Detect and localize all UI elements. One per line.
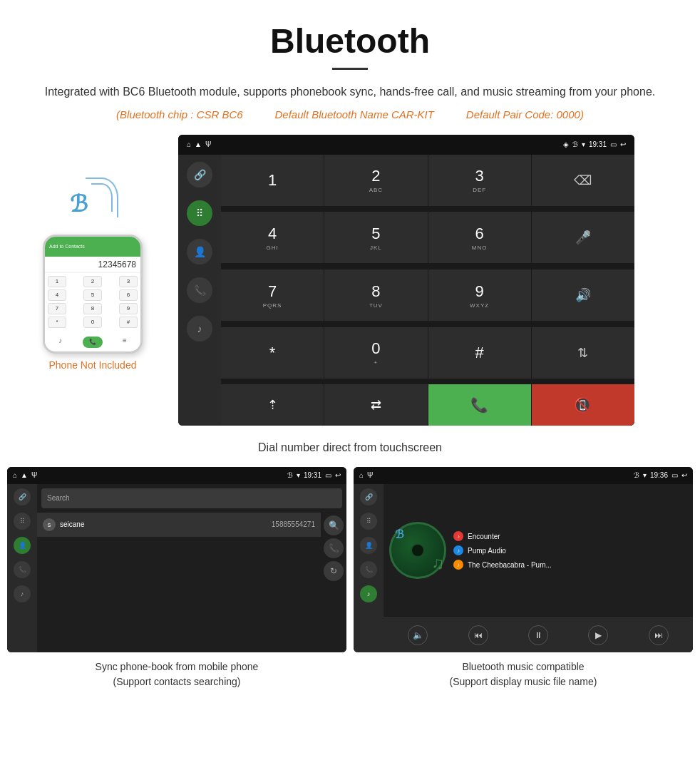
contacts-search-bar[interactable]: Search [41,488,342,508]
contacts-screen: ⌂ ▲ Ψ ℬ ▾ 19:31 ▭ ↩ 🔗 ⠿ 👤 📞 [7,467,346,652]
phone-menu-icon: ≡ [123,337,127,348]
dialer-content: 1 2ABC 3DEF ⌫ 4GHI 5JKL 6MNO 🎤 7PQRS 8TU… [221,155,634,426]
key-mute[interactable]: 🎤 [532,212,634,263]
ms-keypad-icon[interactable]: ⠿ [360,513,377,530]
music-next[interactable]: ⏭ [649,625,669,645]
sidebar-contact-icon[interactable]: 👤 [187,239,212,265]
wave2 [86,178,118,217]
track-icon-orange: ♪ [453,560,463,570]
dial-caption: Dial number direct from touchscreen [0,433,700,467]
header-section: Bluetooth Integrated with BC6 Bluetooth … [0,0,700,135]
spec-name: Default Bluetooth Name CAR-KIT [275,108,434,120]
contacts-home-icon: ⌂ [13,471,17,479]
contacts-content: Search s seicane 15885554271 🔍 � [37,484,346,652]
music-back-icon: ↩ [681,471,687,479]
key-merge[interactable]: ⇡ [221,384,324,426]
key-8[interactable]: 8TUV [324,269,427,321]
ms-contact-icon[interactable]: 👤 [360,537,377,554]
music-pause[interactable]: ⏸ [528,625,548,645]
cs-link-icon[interactable]: 🔗 [14,488,31,505]
cs-music-icon[interactable]: ♪ [14,585,31,602]
key-call-green[interactable]: 📞 [428,384,531,426]
key-3[interactable]: 3DEF [428,155,531,206]
bluetooth-status-icon: ℬ [572,140,578,148]
phone-keypad-row-3: 7 8 9 [48,303,138,314]
cs-contact-icon[interactable]: 👤 [14,537,31,554]
key-5[interactable]: 5JKL [324,212,427,263]
key-backspace[interactable]: ⌫ [532,155,634,206]
key-9[interactable]: 9WXYZ [428,269,531,321]
key-7[interactable]: 7PQRS [221,269,324,321]
key-call-red[interactable]: 📵 [532,384,634,426]
phone-key-8: 8 [83,303,102,314]
key-transfer[interactable]: ⇄ [324,384,427,426]
sidebar-keypad-icon[interactable]: ⠿ [187,200,212,226]
phone-key-0: 0 [83,317,102,328]
cs-calls-icon[interactable]: 📞 [14,561,31,578]
track-icon-blue: ♪ [453,545,463,555]
contacts-bt-icon: ℬ [287,471,293,479]
spec-chip: (Bluetooth chip : CSR BC6 [116,108,243,120]
music-caption-line1: Bluetooth music compatible [462,661,584,672]
contacts-sidebar: 🔗 ⠿ 👤 📞 ♪ [7,484,37,652]
ms-link-icon[interactable]: 🔗 [360,488,377,505]
phone-call-button[interactable]: 📞 [83,337,103,348]
contact-phone: 15885554271 [272,520,315,528]
key-6[interactable]: 6MNO [428,212,531,263]
music-prev[interactable]: ⏮ [468,625,488,645]
home-icon: ⌂ [187,140,191,148]
phone-keypad-row-4: * 0 # [48,317,138,328]
contact-list-item[interactable]: s seicane 15885554271 [37,513,321,537]
contacts-main: 🔗 ⠿ 👤 📞 ♪ Search s seicane [7,484,346,652]
contacts-right-column: s seicane 15885554271 🔍 📞 ↻ [37,513,346,584]
phone-key-6: 6 [119,289,138,301]
key-2[interactable]: 2ABC [324,155,427,206]
phone-top-bar: Add to Contacts [45,237,140,257]
contacts-call-action[interactable]: 📞 [324,538,344,558]
location-icon: ◈ [563,140,569,148]
key-hash[interactable]: # [428,327,531,379]
contacts-alert-icon: ▲ [21,471,28,479]
keypad-bottom-row: ⇡ ⇄ 📞 📵 [221,384,634,426]
music-screen: ⌂ Ψ ℬ ▾ 19:36 ▭ ↩ 🔗 ⠿ 👤 📞 ♪ [354,467,693,652]
track-name-2: Pump Audio [468,547,506,555]
key-1[interactable]: 1 [221,155,324,206]
sidebar-music-icon[interactable]: ♪ [187,316,212,342]
key-star[interactable]: * [221,327,324,379]
sidebar-link-icon[interactable]: 🔗 [187,162,212,188]
ms-music-icon[interactable]: ♪ [360,585,377,602]
header-description: Integrated with BC6 Bluetooth module, su… [43,83,657,101]
cs-keypad-icon[interactable]: ⠿ [14,513,31,530]
back-icon: ↩ [620,140,626,148]
music-status-left: ⌂ Ψ [359,471,373,479]
key-4[interactable]: 4GHI [221,212,324,263]
music-tracks: ♪ Encounter ♪ Pump Audio ♪ The Cheebacab… [453,531,687,570]
dialer-status-bar: ⌂ ▲ Ψ ◈ ℬ ▾ 19:31 ▭ ↩ [178,135,634,155]
key-volume[interactable]: 🔊 [532,269,634,321]
contact-name: seicane [60,520,84,528]
spec-code: Default Pair Code: 0000) [466,108,584,120]
contacts-search-action[interactable]: 🔍 [324,515,344,535]
phone-bottom-bar: ♪ 📞 ≡ [45,333,140,351]
key-0[interactable]: 0+ [324,327,427,379]
phone-key-hash: # [119,317,138,328]
contacts-status-right: ℬ ▾ 19:31 ▭ ↩ [287,471,341,479]
contacts-sync-action[interactable]: ↻ [324,561,344,581]
sidebar-calls-icon[interactable]: 📞 [187,277,212,303]
contacts-search-placeholder: Search [47,494,70,502]
music-disc: ℬ ♫ [389,522,446,579]
contacts-back-icon: ↩ [335,471,341,479]
phone-keypad-row-2: 4 5 6 [48,289,138,301]
phone-illustration: ℬ Add to Contacts 12345678 1 2 3 4 5 6 [21,135,164,371]
music-play[interactable]: ▶ [588,625,608,645]
phone-number-display: 12345678 [45,257,140,273]
dialer-screen: ⌂ ▲ Ψ ◈ ℬ ▾ 19:31 ▭ ↩ 🔗 ⠿ 👤 📞 ♪ [178,135,634,426]
music-wifi-icon: ▾ [643,471,647,479]
music-vol-down[interactable]: 🔈 [408,625,428,645]
contacts-card: ⌂ ▲ Ψ ℬ ▾ 19:31 ▭ ↩ 🔗 ⠿ 👤 📞 [7,467,346,697]
ms-calls-icon[interactable]: 📞 [360,561,377,578]
phone-key-1: 1 [48,276,66,287]
contacts-status-left: ⌂ ▲ Ψ [13,471,37,479]
key-swap[interactable]: ⇅ [532,327,634,379]
track-name-1: Encounter [468,533,500,540]
